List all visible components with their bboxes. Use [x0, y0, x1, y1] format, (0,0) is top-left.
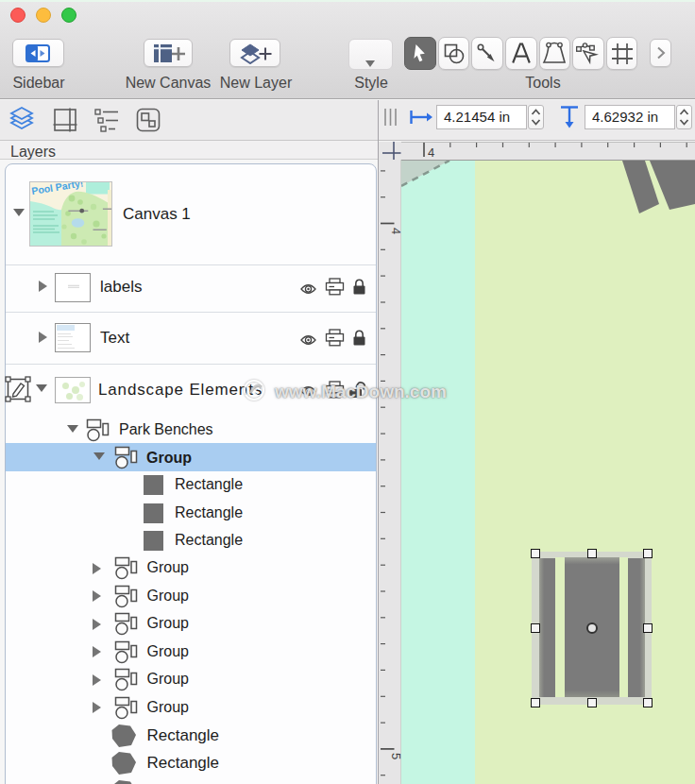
- svg-text:4: 4: [428, 145, 434, 160]
